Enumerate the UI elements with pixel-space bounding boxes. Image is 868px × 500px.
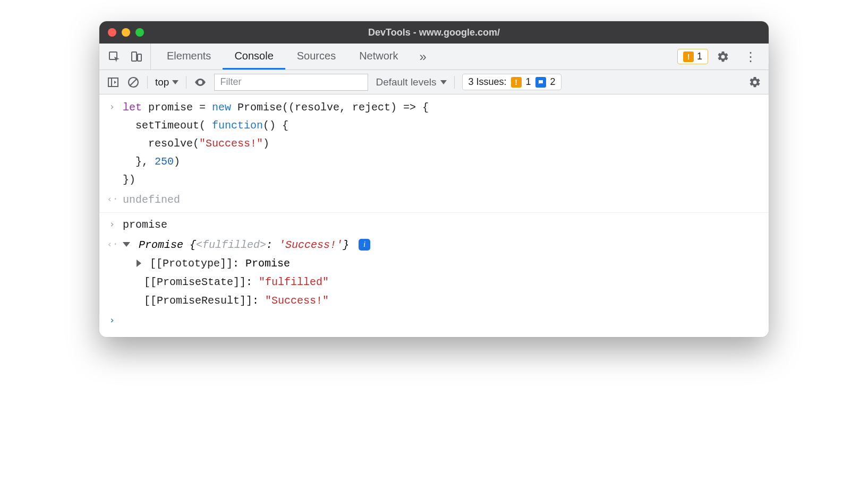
input-prompt-icon: › (107, 99, 117, 115)
input-prompt-icon: › (107, 216, 117, 232)
output-prompt-icon: ‹· (107, 236, 117, 253)
message-icon (535, 77, 546, 88)
object-summary[interactable]: Promise {<fulfilled>: 'Success!'} i (123, 236, 761, 254)
window-controls (108, 28, 144, 37)
object-property[interactable]: [[PromiseResult]]: "Success!" (137, 291, 761, 310)
issues-msg-count: 2 (550, 76, 556, 88)
object-class: Promise (139, 239, 183, 251)
issues-label: 3 Issues: (468, 76, 506, 88)
dropdown-caret-icon (172, 80, 178, 84)
code-block: let promise = new Promise((resolve, reje… (123, 99, 761, 189)
issues-warn-count: 1 (526, 76, 531, 88)
console-settings-icon[interactable] (748, 76, 761, 89)
window-title: DevTools - www.google.com/ (99, 27, 769, 38)
input-prompt-icon: › (107, 312, 117, 329)
prop-value: "fulfilled" (259, 276, 329, 288)
svg-marker-5 (114, 81, 116, 84)
clear-console-icon[interactable] (127, 76, 140, 89)
output-prompt-icon: ‹· (107, 191, 117, 208)
open-issues-badge[interactable]: ! 1 (677, 49, 708, 64)
devtools-window: DevTools - www.google.com/ Elements Cons… (99, 21, 769, 337)
panel-tabstrip: Elements Console Sources Network » ! 1 ⋮ (99, 44, 769, 70)
inspect-element-icon[interactable] (108, 50, 121, 63)
promise-state-tag: <fulfilled> (196, 239, 266, 251)
console-input-entry[interactable]: › let promise = new Promise((resolve, re… (99, 98, 769, 190)
object-property[interactable]: [[Prototype]]: Promise (137, 254, 761, 273)
more-options-icon[interactable]: ⋮ (738, 49, 763, 64)
panel-tabs: Elements Console Sources Network » (155, 44, 436, 70)
tab-sources[interactable]: Sources (285, 44, 347, 70)
context-label: top (155, 76, 169, 88)
object-property[interactable]: [[PromiseState]]: "fulfilled" (137, 273, 761, 291)
issues-button[interactable]: 3 Issues: ! 1 2 (462, 74, 561, 90)
warning-icon: ! (683, 51, 694, 62)
device-toolbar-icon[interactable] (130, 50, 143, 63)
prop-key: [[PromiseState]] (144, 276, 246, 288)
disclosure-triangle-icon[interactable] (123, 242, 130, 247)
live-expression-icon[interactable] (194, 76, 207, 89)
tab-console[interactable]: Console (223, 44, 285, 70)
svg-rect-1 (132, 52, 137, 61)
close-window-button[interactable] (108, 28, 116, 37)
toggle-sidebar-icon[interactable] (107, 76, 120, 89)
info-icon[interactable]: i (359, 239, 370, 251)
settings-icon[interactable] (711, 50, 735, 63)
filter-input[interactable] (214, 74, 368, 91)
prop-value: Promise (245, 257, 290, 270)
warning-icon: ! (511, 77, 522, 88)
svg-rect-3 (108, 78, 118, 87)
console-result-entry: ‹· undefined (99, 190, 769, 213)
minimize-window-button[interactable] (122, 28, 130, 37)
log-levels-select[interactable]: Default levels (376, 76, 447, 88)
object-properties: [[Prototype]]: Promise [[PromiseState]]:… (123, 254, 761, 310)
console-toolbar: top Default levels 3 Issues: ! 1 2 (99, 70, 769, 94)
svg-line-7 (130, 79, 137, 85)
more-tabs-button[interactable]: » (410, 44, 436, 70)
prop-value: "Success!" (265, 295, 329, 307)
levels-label: Default levels (376, 76, 436, 88)
tab-network[interactable]: Network (347, 44, 410, 70)
disclosure-triangle-icon[interactable] (137, 260, 141, 267)
prop-key: [[Prototype]] (150, 257, 233, 270)
console-result-entry: ‹· Promise {<fulfilled>: 'Success!'} i [… (99, 235, 769, 311)
console-live-prompt[interactable]: › (99, 311, 769, 330)
dropdown-caret-icon (440, 80, 447, 84)
titlebar: DevTools - www.google.com/ (99, 21, 769, 44)
prop-key: [[PromiseResult]] (144, 295, 252, 307)
tab-elements[interactable]: Elements (155, 44, 223, 70)
console-output: › let promise = new Promise((resolve, re… (99, 94, 769, 337)
execution-context-select[interactable]: top (155, 76, 178, 88)
console-input-entry[interactable]: › promise (99, 215, 769, 235)
code-block: promise (123, 216, 761, 234)
zoom-window-button[interactable] (135, 28, 144, 37)
promise-value-preview: 'Success!' (279, 239, 343, 251)
result-value: undefined (123, 191, 761, 209)
warning-count: 1 (697, 51, 702, 62)
svg-rect-2 (138, 54, 141, 61)
